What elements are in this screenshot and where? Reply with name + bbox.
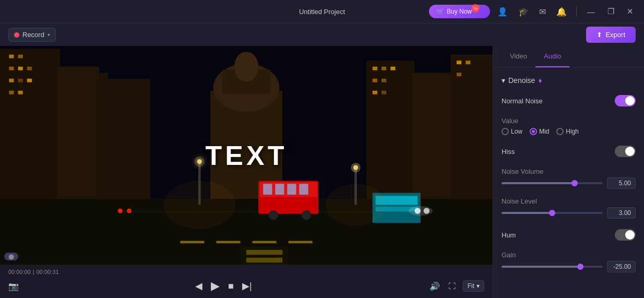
svg-rect-31 xyxy=(381,91,386,94)
noise-level-track[interactable] xyxy=(502,212,603,214)
record-dropdown-icon: ▾ xyxy=(47,32,50,38)
fit-label: Fit xyxy=(468,282,474,290)
svg-point-64 xyxy=(118,208,123,213)
title-bar: Untitled Project 🛒 Buy Now % 👤 🎓 ✉ 🔔 — ❐… xyxy=(0,0,644,23)
svg-rect-13 xyxy=(18,55,23,58)
graduation-icon-button[interactable]: 🎓 xyxy=(515,5,532,19)
noise-level-thumb[interactable] xyxy=(549,210,555,216)
svg-rect-14 xyxy=(9,67,14,70)
next-button[interactable]: ▶| xyxy=(241,279,253,293)
noise-level-fill xyxy=(502,212,552,214)
svg-point-65 xyxy=(127,208,132,213)
noise-level-section: Noise Level 3.00 xyxy=(502,197,636,219)
radio-high-circle xyxy=(556,128,564,135)
radio-high[interactable]: High xyxy=(556,128,579,135)
svg-rect-40 xyxy=(289,241,313,244)
stop-button[interactable]: ■ xyxy=(227,280,235,293)
title-bar-right: 🛒 Buy Now % 👤 🎓 ✉ 🔔 — ❐ ✕ xyxy=(429,5,638,19)
volume-button[interactable]: 🔊 xyxy=(428,280,441,292)
svg-rect-34 xyxy=(457,73,461,76)
bell-icon-button[interactable]: 🔔 xyxy=(553,5,570,19)
time-display: 00:00:00 | 00:00:31 xyxy=(8,269,59,275)
playback-controls: ◀ ▶ ■ ▶| xyxy=(194,278,253,294)
noise-volume-track[interactable] xyxy=(502,182,603,184)
svg-rect-21 xyxy=(18,91,23,94)
user-icon-button[interactable]: 👤 xyxy=(494,5,511,19)
normal-noise-row: Normal Noise xyxy=(502,93,636,109)
svg-rect-26 xyxy=(381,67,386,70)
play-button[interactable]: ▶ xyxy=(210,278,221,294)
video-text-overlay: TEXT xyxy=(206,140,288,171)
svg-rect-37 xyxy=(180,241,204,244)
svg-rect-46 xyxy=(263,184,272,195)
fullscreen-button[interactable]: ⛶ xyxy=(447,281,457,291)
svg-rect-47 xyxy=(275,184,284,195)
value-label: Value xyxy=(502,117,636,125)
close-button[interactable]: ✕ xyxy=(623,5,638,18)
tab-video[interactable]: Video xyxy=(502,46,535,67)
svg-rect-12 xyxy=(9,55,14,58)
gain-section: Gain -25.00 xyxy=(502,251,636,272)
svg-rect-18 xyxy=(18,79,23,82)
gain-thumb[interactable] xyxy=(577,264,583,270)
audio-panel-content: ▾ Denoise ♦ Normal Noise Value Low xyxy=(493,68,644,281)
svg-point-50 xyxy=(269,210,278,220)
svg-rect-17 xyxy=(9,79,14,82)
radio-low-circle xyxy=(502,128,509,135)
gain-slider-row: -25.00 xyxy=(502,261,636,272)
prev-button[interactable]: ◀ xyxy=(194,279,204,293)
video-panel: TEXT ⬤ 00:00:00 | 00:00:31 📷 ◀ ▶ xyxy=(0,46,493,298)
buy-now-label: Buy Now xyxy=(447,8,472,15)
svg-rect-33 xyxy=(466,61,470,64)
svg-rect-32 xyxy=(457,61,461,64)
tab-audio[interactable]: Audio xyxy=(535,46,569,67)
record-label: Record xyxy=(22,31,44,39)
mail-icon-button[interactable]: ✉ xyxy=(536,5,549,19)
time-total: 00:00:31 xyxy=(37,269,59,275)
tabs-row: Video Audio xyxy=(493,46,644,68)
noise-volume-slider-row: 5.00 xyxy=(502,177,636,189)
toolbar: Record ▾ ⬆ Export xyxy=(0,23,644,46)
radio-mid-label: Mid xyxy=(539,128,549,135)
main-content: TEXT ⬤ 00:00:00 | 00:00:31 📷 ◀ ▶ xyxy=(0,46,644,298)
normal-noise-label: Normal Noise xyxy=(502,97,543,105)
radio-mid-circle xyxy=(530,128,537,135)
screenshot-button[interactable]: 📷 xyxy=(8,281,19,291)
svg-point-67 xyxy=(326,184,386,226)
gain-track-container xyxy=(502,264,603,270)
svg-point-62 xyxy=(414,208,421,214)
hum-toggle[interactable] xyxy=(615,229,636,241)
cart-icon: 🛒 xyxy=(436,8,444,15)
minimize-button[interactable]: — xyxy=(583,5,599,18)
radio-low[interactable]: Low xyxy=(502,128,522,135)
hiss-toggle[interactable] xyxy=(615,146,636,157)
thumbnail-indicator: ⬤ xyxy=(4,253,18,260)
denoise-label: Denoise xyxy=(508,76,535,85)
noise-volume-thumb[interactable] xyxy=(571,180,578,186)
svg-point-51 xyxy=(302,210,311,220)
buy-now-button[interactable]: 🛒 Buy Now % xyxy=(429,5,490,18)
svg-rect-49 xyxy=(299,184,308,195)
svg-point-66 xyxy=(163,181,235,229)
noise-level-value: 3.00 xyxy=(607,207,636,219)
maximize-button[interactable]: ❐ xyxy=(603,5,618,18)
gain-label: Gain xyxy=(502,251,636,259)
radio-mid[interactable]: Mid xyxy=(530,128,549,135)
gain-track[interactable] xyxy=(502,266,603,268)
value-radio-group: Low Mid High xyxy=(502,128,636,135)
export-button[interactable]: ⬆ Export xyxy=(586,27,636,43)
svg-point-60 xyxy=(353,165,358,170)
right-panel: Video Audio ▾ Denoise ♦ Normal Noise Val… xyxy=(493,46,644,298)
svg-rect-19 xyxy=(27,79,32,82)
noise-volume-track-container xyxy=(502,180,603,186)
record-button[interactable]: Record ▾ xyxy=(8,28,56,42)
svg-rect-39 xyxy=(253,241,277,244)
denoise-section-header[interactable]: ▾ Denoise ♦ xyxy=(502,76,636,85)
svg-rect-29 xyxy=(381,79,386,82)
hiss-row: Hiss xyxy=(502,144,636,159)
video-controls: 00:00:00 | 00:00:31 📷 ◀ ▶ ■ ▶| 🔊 ⛶ xyxy=(0,265,493,298)
gain-fill xyxy=(502,266,580,268)
normal-noise-toggle[interactable] xyxy=(615,95,636,106)
fit-select[interactable]: Fit ▾ xyxy=(463,280,484,292)
app-title: Untitled Project xyxy=(299,8,345,16)
